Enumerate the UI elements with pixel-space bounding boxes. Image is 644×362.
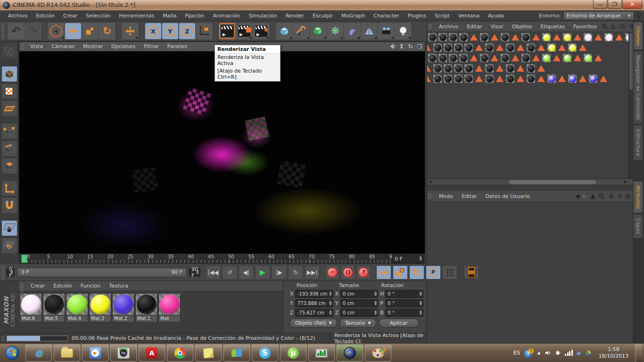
timeline-ruler[interactable]: 051015202530354045505560657075808590 0 F… — [19, 254, 425, 264]
material-sphere-icon[interactable] — [506, 74, 514, 83]
subdivision-button[interactable] — [310, 23, 326, 39]
object-list-vscrollbar[interactable] — [628, 32, 633, 179]
apply-button[interactable]: Aplicar — [379, 319, 419, 328]
move-button[interactable] — [122, 23, 138, 39]
menu-animaci-n[interactable]: Animación — [209, 11, 245, 20]
attribute-menu-modo[interactable]: Modo — [435, 192, 457, 201]
object-list-hscrollbar[interactable]: ◀ ▶ — [427, 179, 633, 185]
taskbar-paint-button[interactable] — [365, 345, 391, 362]
viewport-menu-filtrar[interactable]: Filtrar — [140, 42, 163, 51]
menu-archivo[interactable]: Archivo — [4, 11, 32, 20]
menu-plugins[interactable]: Plugins — [404, 11, 430, 20]
key-scale-button[interactable] — [393, 265, 408, 280]
taskbar-hp-photo-button[interactable]: hp — [110, 345, 137, 362]
rotation-h-input[interactable]: 0 °▲▼ — [385, 290, 423, 298]
material-mat-3[interactable]: Mat.3 — [89, 293, 111, 322]
material-sphere-icon[interactable] — [547, 74, 556, 83]
viewport-menu-c-maras[interactable]: Cámaras — [47, 42, 79, 51]
keyframe-film-button[interactable] — [464, 265, 479, 280]
axis-mode-button[interactable] — [1, 181, 17, 197]
texture-tag-icon[interactable] — [427, 75, 431, 82]
texture-tag-icon[interactable] — [579, 75, 586, 82]
texture-mode-button[interactable] — [1, 83, 17, 99]
search-icon[interactable] — [598, 193, 605, 199]
object-row[interactable] — [427, 53, 633, 63]
taskbar-adobe-button[interactable]: A — [139, 345, 165, 362]
zoom-view-icon[interactable]: ↕ — [399, 43, 404, 50]
undo-button[interactable]: ↶ — [8, 23, 24, 39]
panel-grip[interactable] — [428, 193, 432, 199]
snap-magnet-button[interactable] — [1, 197, 17, 214]
texture-tag-icon[interactable] — [517, 65, 524, 72]
autokey-button[interactable]: () — [341, 265, 355, 280]
tab-objetos[interactable]: Objetos — [634, 22, 643, 49]
material-sphere-icon[interactable] — [501, 54, 509, 62]
object-row[interactable] — [427, 32, 633, 42]
material-sphere-icon[interactable] — [433, 43, 442, 52]
rotate-workplane-button[interactable]: ↻ — [1, 238, 17, 254]
material-sphere-icon[interactable] — [563, 54, 571, 62]
menu-herramientas[interactable]: Herramientas — [115, 11, 158, 20]
tab-estructura[interactable]: Estructura — [634, 125, 643, 160]
toolbar-grip[interactable] — [1, 23, 5, 39]
position-z-input[interactable]: -75.627 cm▲▼ — [295, 309, 333, 317]
material-sphere-icon[interactable] — [449, 54, 457, 62]
transport-grip[interactable] — [1, 266, 5, 282]
texture-tag-icon[interactable] — [491, 55, 498, 61]
material-menu-crear[interactable]: Crear — [26, 281, 49, 290]
material-sphere-icon[interactable] — [527, 74, 535, 83]
material-sphere-icon[interactable] — [459, 54, 468, 62]
go-end-button[interactable]: ▶▶| — [305, 265, 320, 280]
points-mode-button[interactable] — [1, 123, 17, 139]
edges-mode-button[interactable] — [1, 140, 17, 156]
position-y-input[interactable]: 773.888 cm▲▼ — [295, 299, 333, 307]
menu-ayuda[interactable]: Ayuda — [484, 11, 508, 20]
help-button[interactable]: ? — [356, 265, 371, 280]
texture-tag-icon[interactable] — [517, 44, 524, 51]
record-key-button[interactable]: ⌐ — [325, 265, 339, 280]
size-x-input[interactable]: 0 cm▲▼ — [340, 290, 379, 298]
rotate-button[interactable]: ↻ — [99, 23, 115, 39]
hidden-icons-arrow[interactable]: ▲ — [537, 351, 540, 355]
key-pla-button[interactable] — [442, 265, 457, 280]
pan-view-icon[interactable]: ✥ — [390, 43, 396, 50]
texture-tag-icon[interactable] — [537, 44, 545, 51]
object-menu-objetos[interactable]: Objetos — [508, 22, 536, 31]
texture-tag-icon[interactable] — [574, 34, 581, 41]
material-mat-5[interactable]: Mat.5 — [43, 293, 65, 322]
entorno-dropdown[interactable]: Entorno de Arranque▼ — [563, 11, 634, 20]
material-sphere-icon[interactable] — [527, 64, 535, 73]
texture-tag-icon[interactable] — [615, 34, 623, 41]
lock-y-button[interactable]: Y — [162, 23, 178, 39]
texture-tag-icon[interactable] — [553, 34, 561, 41]
floor-environment-button[interactable] — [361, 23, 377, 39]
material-sphere-icon[interactable] — [428, 33, 437, 41]
taskbar-clock[interactable]: 1:58 18/10/2013 — [596, 346, 631, 360]
attribute-menu-editar[interactable]: Editar — [457, 192, 481, 201]
key-rotation-button[interactable]: ↻ — [409, 265, 424, 280]
material-sphere-icon[interactable] — [444, 74, 452, 83]
texture-tag-icon[interactable] — [558, 44, 566, 51]
object-row[interactable] — [427, 74, 633, 84]
taskbar-messenger-button[interactable] — [223, 345, 250, 362]
attribute-menu-datos-de-usuario[interactable]: Datos de Usuario — [481, 192, 535, 201]
texture-tag-icon[interactable] — [491, 34, 498, 41]
taskbar-cinema4d-button[interactable] — [337, 345, 363, 362]
object-list[interactable] — [427, 32, 633, 179]
menu-crear[interactable]: Crear — [59, 11, 82, 20]
texture-tag-icon[interactable] — [475, 65, 483, 72]
texture-tag-icon[interactable] — [427, 44, 431, 51]
texture-tag-icon[interactable] — [537, 75, 545, 82]
menu-script[interactable]: Script — [430, 11, 454, 20]
convert-object-button[interactable] — [1, 43, 17, 59]
menu-esculpir[interactable]: Esculpir — [308, 11, 337, 20]
material-sphere-icon[interactable] — [438, 33, 447, 41]
object-menu-editar[interactable]: Editar — [462, 22, 487, 31]
select-arrow-button[interactable]: ➤ — [48, 23, 64, 39]
network-icon[interactable] — [565, 350, 573, 356]
size-y-input[interactable]: 0 cm▲▼ — [340, 299, 379, 307]
search-icon[interactable]: ⚲ — [636, 12, 641, 19]
viewport-grip[interactable] — [20, 44, 24, 49]
material-mat-1[interactable]: Mat.1 — [135, 293, 157, 322]
object-row[interactable] — [427, 63, 633, 74]
